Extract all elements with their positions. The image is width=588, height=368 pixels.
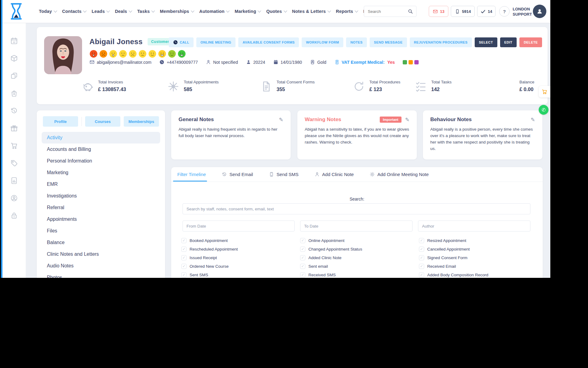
nav-item-deals[interactable]: Deals bbox=[112, 9, 134, 14]
hourglass-logo-icon[interactable] bbox=[10, 2, 23, 21]
filter-checkbox-added-body-composition-record[interactable]: ✓ bbox=[419, 272, 424, 278]
from-date-input[interactable] bbox=[183, 220, 295, 232]
calendar-icon[interactable]: 12 bbox=[10, 37, 18, 45]
filter-checkbox-ordered-new-course[interactable]: ✓ bbox=[181, 264, 187, 269]
tab-memberships[interactable]: Memberships bbox=[124, 116, 159, 127]
nav-item-automation[interactable]: Automation bbox=[197, 9, 232, 14]
tab-profile[interactable]: Profile bbox=[43, 116, 78, 127]
filter-row-resized-appointment[interactable]: ✓Resized Appointment bbox=[419, 236, 488, 245]
mood-emoji-1-sad-open-icon[interactable] bbox=[89, 50, 98, 58]
filter-row-received-sms[interactable]: ✓Received SMS bbox=[300, 270, 362, 278]
sidebar-item-accounts-and-billing[interactable]: Accounts and Billing bbox=[42, 144, 160, 155]
filter-row-rescheduled-appointment[interactable]: ✓Rescheduled Appointment bbox=[181, 245, 238, 253]
whatsapp-button[interactable]: ✆ bbox=[539, 105, 548, 115]
filter-row-signed-consent-form[interactable]: ✓Signed Consent Form bbox=[419, 253, 488, 262]
filter-row-received-email[interactable]: ✓Received Email bbox=[419, 262, 488, 270]
filter-row-online-appointment[interactable]: ✓Online Appointment bbox=[300, 236, 362, 245]
notes-button[interactable]: NOTES bbox=[346, 37, 367, 47]
filter-row-cancelled-appointment[interactable]: ✓Cancelled Appointment bbox=[419, 245, 488, 253]
filter-row-ordered-new-course[interactable]: ✓Ordered New Course bbox=[181, 262, 238, 270]
filter-checkbox-online-appointment[interactable]: ✓ bbox=[300, 238, 305, 243]
timeline-tab-send-sms[interactable]: Send SMS bbox=[269, 167, 299, 182]
filter-checkbox-received-sms[interactable]: ✓ bbox=[300, 272, 305, 278]
tab-courses[interactable]: Courses bbox=[85, 116, 120, 127]
author-input[interactable] bbox=[418, 220, 530, 232]
to-date-input[interactable] bbox=[300, 220, 413, 232]
edit-button[interactable]: EDIT bbox=[500, 37, 517, 47]
search-input[interactable] bbox=[364, 9, 408, 14]
filter-row-sent-email[interactable]: ✓Sent email bbox=[300, 262, 362, 270]
mood-emoji-9-smile-icon[interactable] bbox=[168, 50, 176, 58]
available-consent-forms-button[interactable]: AVAILABLE CONSENT FORMS bbox=[238, 37, 299, 47]
user-circle-icon[interactable] bbox=[10, 194, 18, 202]
user-avatar[interactable] bbox=[533, 5, 546, 18]
history-icon[interactable] bbox=[10, 107, 18, 115]
edit-pencil-icon[interactable]: ✎ bbox=[405, 117, 409, 122]
nav-item-today[interactable]: Today bbox=[36, 9, 59, 14]
price-tag-icon[interactable] bbox=[10, 159, 18, 167]
filter-row-changed-appointment-status[interactable]: ✓Changed Appointment Status bbox=[300, 245, 362, 253]
mood-emoji-6-neutral-icon[interactable] bbox=[138, 50, 147, 58]
online-meeting-button[interactable]: ONLINE MEETING bbox=[196, 37, 236, 47]
cart-icon[interactable] bbox=[10, 142, 18, 150]
nav-item-marketing[interactable]: Marketing bbox=[232, 9, 263, 14]
sidebar-item-audio-notes[interactable]: Audio Notes bbox=[42, 260, 160, 272]
sidebar-item-files[interactable]: Files bbox=[42, 225, 160, 237]
email-inbox-button[interactable]: 13 bbox=[429, 6, 448, 17]
sidebar-item-marketing[interactable]: Marketing bbox=[42, 167, 160, 178]
sidebar-item-clinic-notes-and-letters[interactable]: Clinic Notes and Letters bbox=[42, 248, 160, 260]
filter-row-added-clinic-note[interactable]: ✓Added Clinic Note bbox=[300, 253, 362, 262]
nav-item-tasks[interactable]: Tasks bbox=[134, 9, 157, 14]
timeline-tab-add-online-meeting-note[interactable]: Add Online Meeting Note bbox=[370, 167, 429, 182]
color-tag[interactable] bbox=[409, 60, 413, 64]
tasks-button[interactable]: 14 bbox=[477, 6, 496, 17]
filter-row-booked-appointment[interactable]: ✓Booked Appointment bbox=[181, 236, 238, 245]
mood-emoji-7-smile-icon[interactable] bbox=[148, 50, 156, 58]
filter-checkbox-signed-consent-form[interactable]: ✓ bbox=[419, 255, 424, 260]
call-button[interactable]: CALL bbox=[169, 37, 194, 47]
timeline-tab-send-email[interactable]: Send Email bbox=[222, 167, 253, 182]
filter-checkbox-cancelled-appointment[interactable]: ✓ bbox=[419, 247, 424, 252]
sidebar-item-photos[interactable]: Photos bbox=[42, 272, 160, 278]
mood-emoji-2-sad-icon[interactable] bbox=[99, 50, 107, 58]
report-icon[interactable] bbox=[10, 177, 18, 185]
filter-checkbox-changed-appointment-status[interactable]: ✓ bbox=[300, 247, 305, 252]
delete-button[interactable]: DELETE bbox=[519, 37, 542, 47]
nav-item-quotes[interactable]: Quotes bbox=[263, 9, 289, 14]
sidebar-item-emr[interactable]: EMR bbox=[42, 178, 160, 190]
sidebar-item-personal-information[interactable]: Personal Information bbox=[42, 155, 160, 167]
filter-checkbox-received-email[interactable]: ✓ bbox=[419, 264, 424, 269]
sidebar-item-referral[interactable]: Referral bbox=[42, 202, 160, 213]
sidebar-item-activity[interactable]: Activity bbox=[42, 132, 160, 144]
select-button[interactable]: SELECT bbox=[475, 37, 497, 47]
nav-item-memberships[interactable]: Memberships bbox=[157, 9, 197, 14]
nav-item-reports[interactable]: Reports bbox=[333, 9, 360, 14]
filter-row-added-body-composition-record[interactable]: ✓Added Body Composition Record bbox=[419, 270, 488, 278]
filter-row-issued-receipt[interactable]: ✓Issued Receipt bbox=[181, 253, 238, 262]
nav-item-contacts[interactable]: Contacts bbox=[59, 9, 89, 14]
mood-emoji-8-grin-icon[interactable] bbox=[158, 50, 166, 58]
edit-pencil-icon[interactable]: ✎ bbox=[279, 117, 283, 122]
rejuvenation-procedures-button[interactable]: REJUVENATION PROCEDURES bbox=[410, 37, 472, 47]
filter-checkbox-sent-sms[interactable]: ✓ bbox=[181, 272, 187, 278]
timeline-tab-filter-timeline[interactable]: Filter Timeline bbox=[177, 167, 206, 182]
edit-pencil-icon[interactable]: ✎ bbox=[531, 117, 535, 122]
filter-checkbox-sent-email[interactable]: ✓ bbox=[300, 264, 305, 269]
filter-checkbox-booked-appointment[interactable]: ✓ bbox=[181, 238, 187, 243]
color-tag[interactable] bbox=[403, 60, 407, 64]
gift-icon[interactable] bbox=[10, 124, 18, 132]
nav-item-notes-letters[interactable]: Notes & Letters bbox=[289, 9, 333, 14]
filter-checkbox-resized-appointment[interactable]: ✓ bbox=[419, 238, 424, 243]
timeline-search-input[interactable] bbox=[183, 203, 530, 214]
search-icon[interactable] bbox=[408, 9, 413, 14]
sidebar-item-appointments[interactable]: Appointments bbox=[42, 213, 160, 225]
filter-checkbox-added-clinic-note[interactable]: ✓ bbox=[300, 255, 305, 260]
shopping-bag-icon[interactable] bbox=[10, 89, 18, 97]
sidebar-item-balance[interactable]: Balance bbox=[42, 237, 160, 248]
filter-row-sent-sms[interactable]: ✓Sent SMS bbox=[181, 270, 238, 278]
lock-icon[interactable] bbox=[10, 212, 18, 220]
help-button[interactable]: ? bbox=[499, 6, 510, 17]
mood-emoji-3-sad-open-icon[interactable] bbox=[109, 50, 117, 58]
color-tag[interactable] bbox=[414, 60, 419, 64]
filter-checkbox-rescheduled-appointment[interactable]: ✓ bbox=[181, 247, 187, 252]
